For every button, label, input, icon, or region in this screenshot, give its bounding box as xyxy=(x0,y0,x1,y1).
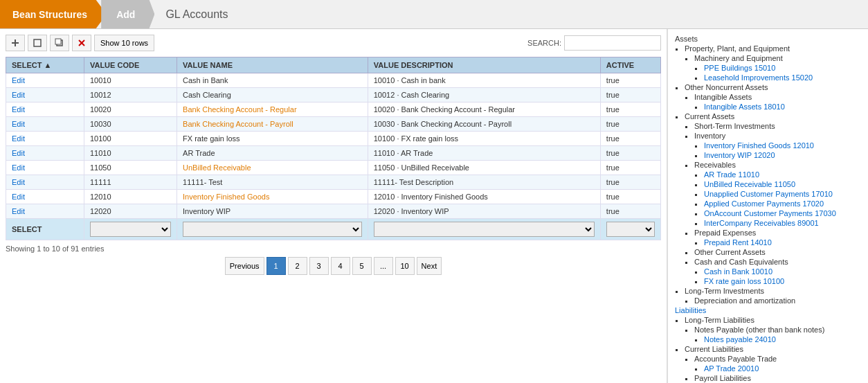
breadcrumb-add[interactable]: Add xyxy=(101,0,154,28)
pagination: Previous 1 2 3 4 5 ... 10 Next xyxy=(6,257,661,275)
svg-rect-4 xyxy=(55,39,61,44)
edit-link[interactable]: Edit xyxy=(12,207,25,215)
toolbar-btn-1[interactable] xyxy=(6,35,25,51)
cell-active: true xyxy=(600,190,660,204)
edit-link[interactable]: Edit xyxy=(12,163,25,172)
table-row: Edit11010AR Trade11010 · AR Tradetrue xyxy=(6,146,661,161)
cell-desc: 11010 · AR Trade xyxy=(368,146,600,161)
filter-name[interactable] xyxy=(183,222,362,237)
cell-name: Inventory WIP xyxy=(177,204,368,219)
page-5-button[interactable]: 5 xyxy=(352,257,372,275)
tree-link[interactable]: Intangible Assets 18010 xyxy=(704,103,785,111)
tree-link[interactable]: Leasehold Improvements 15020 xyxy=(704,73,813,82)
breadcrumb-bean-structures[interactable]: Bean Structures xyxy=(0,0,107,28)
cell-desc: 10100 · FX rate gain loss xyxy=(368,132,600,146)
edit-link[interactable]: Edit xyxy=(12,91,25,99)
tree-label: Long-Term Liabilities xyxy=(685,316,754,324)
tree-link[interactable]: OnAccount Customer Payments 17030 xyxy=(704,209,836,217)
tree-item: Other Noncurrent AssetsIntangible Assets… xyxy=(685,83,861,111)
tree-item: Current AssetsShort-Term InvestmentsInve… xyxy=(685,112,861,285)
page-ellipsis-button[interactable]: ... xyxy=(374,257,393,275)
table-row: Edit10012Cash Clearing10012 · Cash Clear… xyxy=(6,88,661,103)
tree-link[interactable]: Inventory WIP 12020 xyxy=(704,151,775,159)
tree-item: UnBilled Receivable 11050 xyxy=(704,180,861,188)
edit-link[interactable]: Edit xyxy=(12,149,25,157)
tree-item: OnAccount Customer Payments 17030 xyxy=(704,209,861,217)
cell-code: 12010 xyxy=(84,190,177,204)
tree-link[interactable]: PPE Buildings 15010 xyxy=(704,64,775,72)
tree-item: Inventory WIP 12020 xyxy=(704,151,861,159)
tree-link[interactable]: FX rate gain loss 10100 xyxy=(704,277,784,285)
filter-active[interactable] xyxy=(606,222,655,237)
filter-code[interactable] xyxy=(90,222,171,237)
edit-link[interactable]: Edit xyxy=(12,120,25,128)
edit-link[interactable]: Edit xyxy=(12,76,25,84)
tree-label: Short-Term Investments xyxy=(694,122,775,130)
cell-active: true xyxy=(600,175,660,190)
tree-item: Short-Term Investments xyxy=(694,122,861,130)
cell-code: 11050 xyxy=(84,161,177,175)
next-button[interactable]: Next xyxy=(417,257,442,275)
edit-link[interactable]: Edit xyxy=(12,193,25,201)
svg-rect-1 xyxy=(15,39,16,46)
page-1-button[interactable]: 1 xyxy=(266,257,286,275)
cell-select: Edit xyxy=(6,204,84,219)
tree-link[interactable]: Prepaid Rent 14010 xyxy=(704,238,772,247)
tree-link[interactable]: Cash in Bank 10010 xyxy=(704,267,772,276)
tree-label: Other Noncurrent Assets xyxy=(685,83,768,91)
cell-code: 10100 xyxy=(84,132,177,146)
cell-select: Edit xyxy=(6,132,84,146)
tree-link[interactable]: Notes payable 24010 xyxy=(704,335,776,344)
edit-link[interactable]: Edit xyxy=(12,178,25,186)
prev-button[interactable]: Previous xyxy=(225,257,264,275)
cell-select: Edit xyxy=(6,190,84,204)
tree-item: Long-Term LiabilitiesNotes Payable (othe… xyxy=(685,316,861,344)
filter-cell-3 xyxy=(368,219,600,240)
page-3-button[interactable]: 3 xyxy=(309,257,329,275)
tree-item: Long-Term InvestmentsDepreciation and am… xyxy=(685,287,861,305)
table-row: Edit10020Bank Checking Account - Regular… xyxy=(6,103,661,117)
tree-root-link[interactable]: Liabilities xyxy=(675,306,706,314)
table-row: Edit10010Cash in Bank10010 · Cash in ban… xyxy=(6,73,661,88)
cell-name: Bank Checking Account - Payroll xyxy=(177,117,368,132)
page-10-button[interactable]: 10 xyxy=(395,257,415,275)
table-header-row: SELECT ▲ VALUE CODE VALUE NAME VALUE DES… xyxy=(6,57,661,73)
cell-desc: 10030 · Bank Checking Account - Payroll xyxy=(368,117,600,132)
edit-icon xyxy=(33,38,42,48)
page-2-button[interactable]: 2 xyxy=(288,257,307,275)
table-row: Edit1111111111- Test11111- Test Descript… xyxy=(6,175,661,190)
tree-link[interactable]: InterCompany Receivables 89001 xyxy=(704,219,819,227)
page-4-button[interactable]: 4 xyxy=(331,257,350,275)
cell-name: AR Trade xyxy=(177,146,368,161)
cell-active: true xyxy=(600,103,660,117)
tree-link[interactable]: Applied Customer Payments 17020 xyxy=(704,199,824,208)
tree-item: Intangible AssetsIntangible Assets 18010 xyxy=(694,93,861,111)
filter-row: SELECT xyxy=(6,219,661,240)
toolbar-btn-2[interactable] xyxy=(28,35,47,51)
cell-select: Edit xyxy=(6,146,84,161)
tree-link[interactable]: AP Trade 20010 xyxy=(704,364,759,373)
tree-link[interactable]: Inventory Finished Goods 12010 xyxy=(704,141,814,150)
cell-desc: 10020 · Bank Checking Account - Regular xyxy=(368,103,600,117)
toolbar-btn-3[interactable] xyxy=(50,35,69,51)
cell-code: 10012 xyxy=(84,88,177,103)
col-value-name: VALUE NAME xyxy=(177,57,368,73)
cell-code: 12020 xyxy=(84,204,177,219)
filter-desc[interactable] xyxy=(374,222,595,237)
tree-link[interactable]: AR Trade 11010 xyxy=(704,170,759,179)
tree-item: Leasehold Improvements 15020 xyxy=(704,73,861,82)
filter-cell-0: SELECT xyxy=(6,219,84,240)
tree-link[interactable]: Unapplied Customer Payments 17010 xyxy=(704,190,833,198)
tree-item: Applied Customer Payments 17020 xyxy=(704,199,861,208)
tree-label: Notes Payable (other than bank notes) xyxy=(694,326,824,334)
tree-label: Intangible Assets xyxy=(694,93,752,101)
cell-desc: 11111- Test Description xyxy=(368,175,600,190)
toolbar-btn-4[interactable] xyxy=(72,35,91,51)
search-input[interactable] xyxy=(564,35,661,51)
tree-item: Notes payable 24010 xyxy=(704,335,861,344)
edit-link[interactable]: Edit xyxy=(12,105,25,114)
tree-link[interactable]: UnBilled Receivable 11050 xyxy=(704,180,795,188)
show-rows-button[interactable]: Show 10 rows xyxy=(94,35,154,51)
edit-link[interactable]: Edit xyxy=(12,134,25,143)
tree-item: Depreciation and amortization xyxy=(694,296,861,305)
